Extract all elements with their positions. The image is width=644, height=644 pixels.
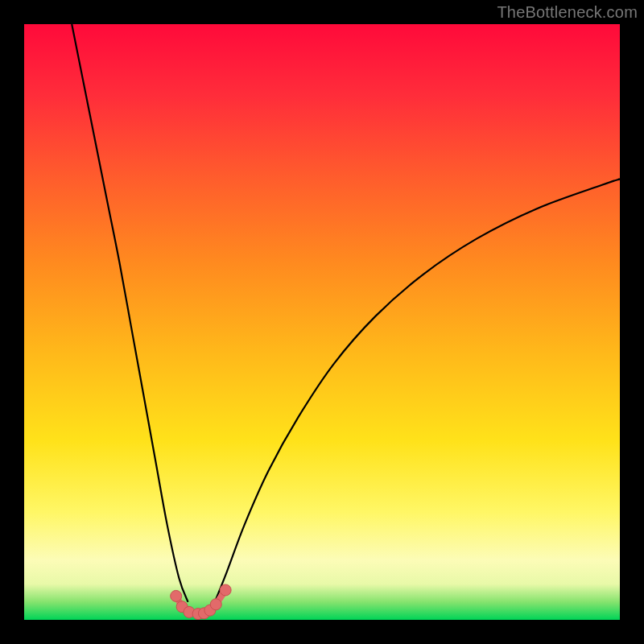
curve-left-path bbox=[72, 24, 188, 602]
curve-layer bbox=[24, 24, 620, 620]
marker-dot bbox=[220, 584, 231, 596]
bottom-markers-group bbox=[171, 584, 231, 620]
marker-dot bbox=[171, 590, 182, 601]
watermark-text: TheBottleneck.com bbox=[497, 3, 638, 22]
chart-frame: TheBottleneck.com bbox=[0, 0, 644, 644]
curve-right-path bbox=[215, 179, 620, 601]
marker-dot bbox=[210, 599, 221, 610]
plot-area bbox=[24, 24, 620, 620]
